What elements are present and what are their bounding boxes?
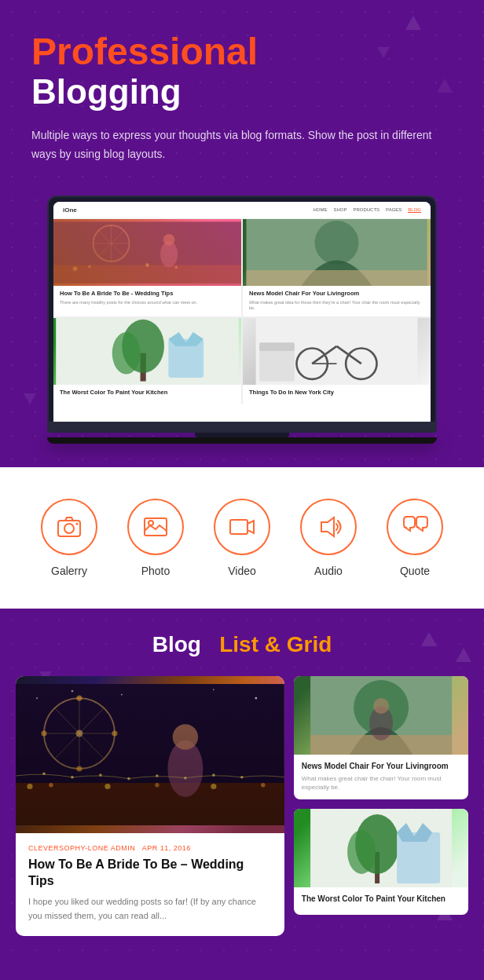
blog-main-card-image <box>16 676 284 833</box>
svg-point-55 <box>49 783 53 787</box>
photo-label: Photo <box>141 565 170 577</box>
laptop-card-title-2: News Model Chair For Your Livingroom <box>249 290 424 298</box>
laptop-card-title-1: How To Be A Bride To Be - Wedding Tips <box>60 290 235 298</box>
laptop-card-desc-2: What makes great idea for those then the… <box>249 300 424 312</box>
svg-point-42 <box>255 697 257 699</box>
icon-item-quote[interactable]: Quote <box>372 499 458 577</box>
svg-line-47 <box>54 708 104 759</box>
svg-line-5 <box>98 230 124 256</box>
laptop-card-title-3: The Worst Color To Paint Your Kitchen <box>60 389 235 397</box>
nav-pages: PAGES <box>386 207 402 213</box>
svg-rect-6 <box>53 265 241 283</box>
svg-point-44 <box>75 730 82 737</box>
quote-icon-circle <box>387 499 443 555</box>
svg-point-10 <box>174 265 178 269</box>
nav-products: PRODUCTS <box>353 207 380 213</box>
blog-side-card-2-body: The Worst Color To Paint Your Kitchen <box>294 887 468 915</box>
blog-main-card-body: Cleversophy-lone Admin APR 11, 2016 How … <box>16 833 284 936</box>
icons-section: Galerry Photo Video Aud <box>0 467 484 609</box>
svg-point-54 <box>27 784 32 789</box>
blog-main-card[interactable]: Cleversophy-lone Admin APR 11, 2016 How … <box>16 676 284 936</box>
video-label: Video <box>228 565 256 577</box>
blog-side-card-1-title: News Model Chair For Your Livingroom <box>302 761 460 771</box>
laptop-card-img-3 <box>53 318 241 385</box>
svg-point-50 <box>76 766 82 771</box>
svg-point-43 <box>44 698 115 769</box>
icon-item-gallery[interactable]: Galerry <box>26 499 112 577</box>
icon-item-audio[interactable]: Audio <box>285 499 372 577</box>
quote-label: Quote <box>400 565 430 577</box>
svg-point-60 <box>167 740 203 797</box>
blog-meta-author: Cleversophy-lone Admin <box>28 844 135 852</box>
svg-rect-0 <box>53 221 241 283</box>
svg-point-66 <box>156 774 159 777</box>
icon-item-photo[interactable]: Photo <box>112 499 199 577</box>
blog-meta-date: APR 11, 2016 <box>142 844 191 852</box>
svg-marker-36 <box>321 517 334 536</box>
icon-item-video[interactable]: Video <box>199 499 285 577</box>
photo-icon-circle <box>127 499 184 555</box>
svg-point-63 <box>71 776 74 779</box>
laptop-card-img-2 <box>243 219 431 286</box>
hero-title-blogging: Blogging <box>31 73 453 111</box>
laptop-blog-card-1: How To Be A Bride To Be - Wedding Tips T… <box>53 219 241 316</box>
svg-point-65 <box>127 777 130 781</box>
hero-section: Professional Blogging Multiple ways to e… <box>0 0 484 467</box>
svg-point-1 <box>94 225 130 261</box>
svg-point-14 <box>315 221 359 265</box>
laptop-card-text-1: How To Be A Bride To Be - Wedding Tips T… <box>53 286 241 310</box>
blog-list-section: Blog List & Grid <box>0 609 484 967</box>
svg-point-61 <box>173 724 198 749</box>
blog-main-desc: I hope you liked our wedding posts so fa… <box>28 895 272 923</box>
laptop-card-img-4 <box>243 318 431 385</box>
svg-point-67 <box>184 777 187 780</box>
svg-rect-35 <box>230 520 248 534</box>
svg-point-57 <box>155 783 159 787</box>
audio-icon <box>315 514 342 540</box>
svg-point-68 <box>212 773 215 777</box>
svg-rect-28 <box>259 346 295 382</box>
svg-point-64 <box>99 773 102 777</box>
svg-point-38 <box>36 697 38 699</box>
laptop-card-text-4: Things To Do In New York City <box>243 385 431 404</box>
laptop-mockup: iOne HOME SHOP PRODUCTS PAGES BLOG <box>31 188 453 444</box>
blog-title-orange: List & Grid <box>219 632 332 656</box>
laptop-card-desc-1: There are many healthy posts for the cho… <box>60 300 235 306</box>
svg-point-49 <box>76 695 82 700</box>
svg-point-51 <box>41 730 46 736</box>
gallery-label: Galerry <box>51 565 87 577</box>
svg-rect-37 <box>16 684 284 825</box>
svg-point-62 <box>42 772 46 775</box>
laptop-card-img-1 <box>53 219 241 286</box>
camera-icon <box>56 514 82 540</box>
blog-section-title: Blog List & Grid <box>16 632 468 657</box>
svg-rect-29 <box>259 342 295 351</box>
svg-point-8 <box>88 265 91 268</box>
svg-point-12 <box>163 234 175 246</box>
svg-point-11 <box>160 241 178 267</box>
video-icon <box>229 514 255 540</box>
blog-main-title: How To Be A Bride To Be – Wedding Tips <box>28 857 272 890</box>
laptop-base <box>47 423 437 433</box>
svg-point-78 <box>347 830 376 874</box>
svg-point-58 <box>211 784 216 789</box>
blog-side-card-1-body: News Model Chair For Your Livingroom Wha… <box>294 755 468 799</box>
blog-side-card-img-1 <box>294 676 468 755</box>
svg-point-69 <box>240 776 244 779</box>
laptop-blog-card-3: The Worst Color To Paint Your Kitchen <box>53 318 241 404</box>
laptop-screen-wrap: iOne HOME SHOP PRODUCTS PAGES BLOG <box>47 196 437 423</box>
svg-rect-15 <box>247 270 427 286</box>
hero-title-professional: Professional <box>31 31 453 73</box>
laptop: iOne HOME SHOP PRODUCTS PAGES BLOG <box>47 196 437 444</box>
blog-side-card-1[interactable]: News Model Chair For Your Livingroom Wha… <box>294 676 468 799</box>
blog-side-card-2-title: The Worst Color To Paint Your Kitchen <box>302 894 460 904</box>
laptop-nav-links: HOME SHOP PRODUCTS PAGES BLOG <box>313 207 421 213</box>
blog-title-white: Blog <box>152 632 201 656</box>
svg-point-41 <box>213 689 214 690</box>
laptop-card-text-2: News Model Chair For Your Livingroom Wha… <box>243 286 431 316</box>
blog-side-card-2[interactable]: The Worst Color To Paint Your Kitchen <box>294 809 468 915</box>
svg-point-19 <box>112 332 141 375</box>
svg-point-7 <box>73 266 78 271</box>
svg-line-48 <box>54 708 104 759</box>
laptop-nav: iOne HOME SHOP PRODUCTS PAGES BLOG <box>53 202 431 219</box>
